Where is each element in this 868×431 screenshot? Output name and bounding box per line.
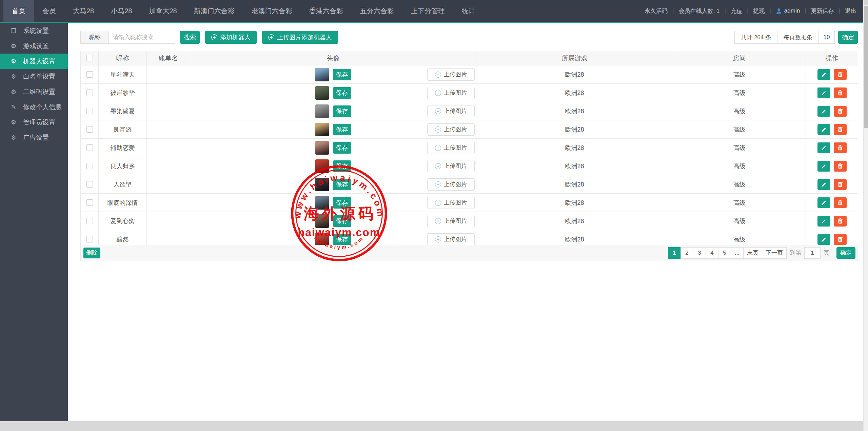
per-page-input[interactable] xyxy=(818,31,835,44)
add-robot-button[interactable]: 添加机器人 xyxy=(205,31,257,44)
edit-button[interactable] xyxy=(817,106,830,117)
save-button[interactable]: 保存 xyxy=(333,69,351,80)
vertical-scrollbar[interactable] xyxy=(863,0,868,431)
row-checkbox[interactable] xyxy=(86,71,93,78)
upload-image-button[interactable]: 上传图片 xyxy=(427,105,475,117)
goto-page-input[interactable] xyxy=(804,247,821,259)
user-menu[interactable]: admin xyxy=(776,7,800,14)
upload-add-robot-button[interactable]: 上传图片添加机器人 xyxy=(262,31,338,44)
delete-button[interactable] xyxy=(834,161,847,172)
upload-image-button[interactable]: 上传图片 xyxy=(427,215,475,227)
page-button-3[interactable]: 4 xyxy=(706,247,718,259)
withdraw-link[interactable]: 提现 xyxy=(753,7,765,15)
save-button[interactable]: 保存 xyxy=(333,124,351,135)
nav-item-9[interactable]: 上下分管理 xyxy=(402,0,453,22)
delete-button[interactable] xyxy=(834,197,847,208)
sidebar-item-0[interactable]: ❐系统设置 xyxy=(0,23,68,38)
pencil-icon xyxy=(821,145,827,151)
edit-button[interactable] xyxy=(817,69,830,80)
nav-item-4[interactable]: 加拿大28 xyxy=(141,0,185,22)
edit-button[interactable] xyxy=(817,142,830,153)
sidebar-item-5[interactable]: ✎修改个人信息 xyxy=(0,99,68,115)
logout-link[interactable]: 退出 xyxy=(845,7,856,15)
room-cell: 高级 xyxy=(673,194,806,212)
sidebar-item-2[interactable]: ⚙机器人设置 xyxy=(0,54,68,69)
save-button[interactable]: 保存 xyxy=(333,215,351,227)
sidebar-item-4[interactable]: ⚙二维码设置 xyxy=(0,84,68,99)
row-checkbox[interactable] xyxy=(86,218,93,224)
edit-button[interactable] xyxy=(817,161,830,172)
save-button[interactable]: 保存 xyxy=(333,160,351,172)
scrollbar-thumb[interactable] xyxy=(864,6,868,128)
sidebar-item-6[interactable]: ⚙管理员设置 xyxy=(0,115,68,130)
save-button[interactable]: 保存 xyxy=(333,234,351,245)
scroll-up-button[interactable] xyxy=(864,0,868,5)
page-button-1[interactable]: 2 xyxy=(680,247,693,259)
save-button[interactable]: 保存 xyxy=(333,179,351,190)
row-checkbox[interactable] xyxy=(86,90,93,96)
edit-button[interactable] xyxy=(817,87,830,98)
delete-button[interactable] xyxy=(834,216,847,227)
upload-image-button[interactable]: 上传图片 xyxy=(427,68,475,81)
nav-item-8[interactable]: 五分六合彩 xyxy=(352,0,402,22)
select-all-checkbox[interactable] xyxy=(86,55,93,61)
upload-image-button[interactable]: 上传图片 xyxy=(427,87,475,99)
save-button[interactable]: 保存 xyxy=(333,105,351,117)
top-navigation-bar: 首页会员大马28小马28加拿大28新澳门六合彩老澳门六合彩香港六合彩五分六合彩上… xyxy=(0,0,868,22)
page-button-0[interactable]: 1 xyxy=(668,247,681,259)
edit-button[interactable] xyxy=(817,216,830,227)
page-button-4[interactable]: 5 xyxy=(718,247,731,259)
upload-image-button[interactable]: 上传图片 xyxy=(427,142,475,154)
room-cell: 高级 xyxy=(673,139,806,157)
sidebar-item-7[interactable]: ⚙广告设置 xyxy=(0,130,68,145)
delete-button[interactable] xyxy=(834,69,847,80)
upload-image-button[interactable]: 上传图片 xyxy=(427,123,475,136)
nav-item-6[interactable]: 老澳门六合彩 xyxy=(243,0,301,22)
update-save-link[interactable]: 更新保存 xyxy=(811,7,834,15)
page-button-6[interactable]: 末页 xyxy=(743,247,762,259)
sidebar-item-3[interactable]: ⚙白名单设置 xyxy=(0,69,68,84)
upload-image-button[interactable]: 上传图片 xyxy=(427,160,475,172)
goto-page-confirm-button[interactable]: 确定 xyxy=(836,247,855,259)
row-checkbox[interactable] xyxy=(86,236,93,242)
upload-image-button[interactable]: 上传图片 xyxy=(427,233,475,246)
nav-item-7[interactable]: 香港六合彩 xyxy=(301,0,352,22)
save-button[interactable]: 保存 xyxy=(333,142,351,154)
edit-button[interactable] xyxy=(817,124,830,135)
delete-button[interactable] xyxy=(834,179,847,190)
permanent-code-link[interactable]: 永久活码 xyxy=(645,7,668,15)
nav-item-3[interactable]: 小马28 xyxy=(102,0,140,22)
delete-button[interactable] xyxy=(834,87,847,98)
search-button[interactable]: 搜索 xyxy=(180,31,200,44)
per-page-confirm-button[interactable]: 确定 xyxy=(838,31,858,44)
row-checkbox[interactable] xyxy=(86,108,93,114)
delete-button[interactable] xyxy=(834,106,847,117)
row-checkbox[interactable] xyxy=(86,144,93,151)
edit-button[interactable] xyxy=(817,179,830,190)
row-checkbox[interactable] xyxy=(86,126,93,133)
row-checkbox[interactable] xyxy=(86,199,93,206)
recharge-link[interactable]: 充值 xyxy=(731,7,742,15)
save-button[interactable]: 保存 xyxy=(333,87,351,99)
page-button-5[interactable]: ... xyxy=(731,247,744,259)
save-button[interactable]: 保存 xyxy=(333,197,351,209)
edit-button[interactable] xyxy=(817,234,830,245)
nav-item-1[interactable]: 会员 xyxy=(34,0,64,22)
nav-item-5[interactable]: 新澳门六合彩 xyxy=(185,0,243,22)
bulk-delete-button[interactable]: 删除 xyxy=(83,248,100,258)
search-input[interactable] xyxy=(109,31,175,44)
page-button-7[interactable]: 下一页 xyxy=(762,247,787,259)
delete-button[interactable] xyxy=(834,234,847,245)
nav-item-10[interactable]: 统计 xyxy=(453,0,484,22)
sidebar-item-1[interactable]: ⚙游戏设置 xyxy=(0,38,68,54)
delete-button[interactable] xyxy=(834,142,847,153)
nav-item-0[interactable]: 首页 xyxy=(3,0,34,22)
delete-button[interactable] xyxy=(834,124,847,135)
upload-image-button[interactable]: 上传图片 xyxy=(427,178,475,191)
nav-item-2[interactable]: 大马28 xyxy=(64,0,102,22)
upload-image-button[interactable]: 上传图片 xyxy=(427,197,475,209)
page-button-2[interactable]: 3 xyxy=(693,247,706,259)
edit-button[interactable] xyxy=(817,197,830,208)
row-checkbox[interactable] xyxy=(86,163,93,169)
row-checkbox[interactable] xyxy=(86,181,93,188)
